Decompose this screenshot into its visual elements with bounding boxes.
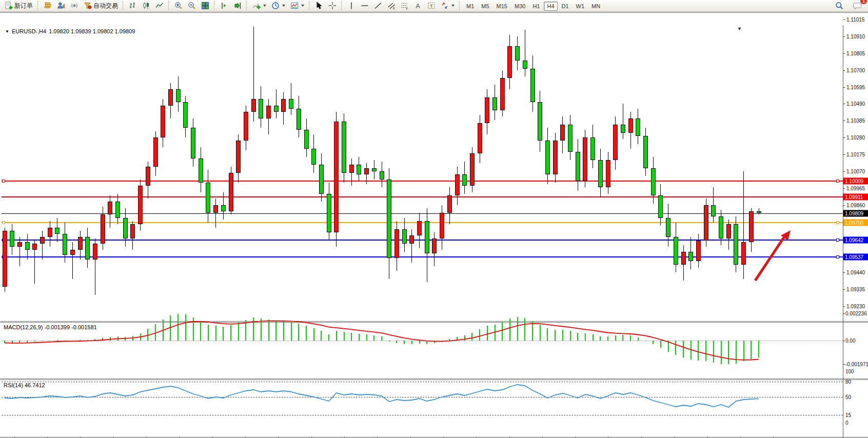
chart-shift-button[interactable] <box>218 0 231 12</box>
indicators-button[interactable] <box>250 0 269 12</box>
macd-histogram-bar <box>298 324 299 341</box>
arrows-dropdown-caret[interactable] <box>451 5 455 7</box>
rsi-level-50 <box>2 397 843 397</box>
cursor-tool-button[interactable] <box>312 0 326 12</box>
zoom-out-button[interactable] <box>185 0 199 12</box>
candle-body-bear <box>327 194 331 232</box>
svg-text:A: A <box>416 3 420 10</box>
tf-W1[interactable]: W1 <box>573 2 588 11</box>
candle-body-bear <box>304 130 309 149</box>
candle-body-bull <box>726 224 731 238</box>
hline-handle[interactable] <box>2 180 5 183</box>
macd-histogram-bar <box>351 333 352 341</box>
trendline-icon <box>374 2 382 10</box>
macd-histogram-bar <box>344 332 345 341</box>
fibonacci-tool-button[interactable]: F <box>398 0 411 12</box>
text-tool-button[interactable]: A <box>411 0 425 12</box>
hline-1.09642[interactable] <box>2 240 843 241</box>
trendline-tool-button[interactable] <box>371 0 385 12</box>
macd-histogram-bar <box>200 321 201 341</box>
news-button[interactable] <box>68 0 81 12</box>
hline-handle[interactable] <box>836 180 839 183</box>
candle-body-bear <box>666 218 670 237</box>
price-tick-label: 1.10175 <box>846 152 865 157</box>
candle-body-bull <box>696 241 701 262</box>
candle-body-bear <box>636 118 640 136</box>
macd-zero-line <box>2 341 843 341</box>
tf-M5[interactable]: M5 <box>478 2 492 11</box>
search-button[interactable] <box>833 0 846 12</box>
tf-H4[interactable]: H4 <box>544 2 557 11</box>
new-order-button[interactable]: 新订单 <box>2 0 35 12</box>
notifications-button[interactable]: 1 <box>850 0 864 12</box>
hline-1.09750[interactable] <box>2 222 843 223</box>
vertical-line-tool-button[interactable] <box>345 0 358 12</box>
zoom-in-button[interactable] <box>172 0 185 12</box>
crosshair-tool-button[interactable] <box>326 0 339 12</box>
candle-body-bear <box>311 149 316 165</box>
tf-D1[interactable]: D1 <box>559 2 572 11</box>
macd-histogram-bar <box>155 324 156 341</box>
hline-1.09537[interactable] <box>2 256 843 257</box>
hline-handle[interactable] <box>836 238 839 242</box>
candlestick-mode-button[interactable] <box>140 0 153 12</box>
candle-body-bull <box>130 224 135 238</box>
price-tick-label: 1.09440 <box>846 270 865 275</box>
text-label-icon: T <box>427 2 436 10</box>
templates-dropdown-caret[interactable] <box>301 5 304 7</box>
macd-histogram-bar <box>177 314 179 341</box>
rsi-scale-label: 0 <box>845 420 849 426</box>
hline-handle[interactable] <box>2 221 5 224</box>
equidistant-channel-icon: E <box>387 2 396 10</box>
tf-M15[interactable]: M15 <box>494 2 510 11</box>
text-label-tool-button[interactable]: T <box>425 0 438 12</box>
auto-scroll-button[interactable] <box>231 0 244 12</box>
macd-histogram-bar <box>283 322 284 341</box>
templates-button[interactable] <box>288 0 307 12</box>
hline-1.09911[interactable] <box>2 196 843 197</box>
candle-body-bull <box>440 213 444 238</box>
candle-wick <box>276 89 277 118</box>
candle-body-bull <box>749 211 754 242</box>
hline-handle[interactable] <box>836 221 839 224</box>
candle-body-bear <box>719 216 723 239</box>
periods-dropdown-caret[interactable] <box>282 5 285 7</box>
candle-body-bull <box>48 228 52 237</box>
chart-plot-area[interactable] <box>0 13 868 438</box>
candle-body-bear <box>658 195 663 218</box>
candle-body-bull <box>704 205 708 241</box>
periods-button[interactable] <box>269 0 288 12</box>
market-watch-button[interactable] <box>41 0 54 12</box>
ohlc-bars-icon <box>129 2 137 10</box>
macd-scale-label: -0.001971 <box>845 362 868 367</box>
macd-histogram-bar <box>313 328 314 341</box>
horizontal-line-tool-button[interactable] <box>358 0 371 12</box>
candle-body-bear <box>651 168 656 195</box>
chart-window[interactable]: ▼ EURUSD-,H4 1.09820 1.09839 1.09802 1.0… <box>0 12 868 438</box>
hline-1.10009[interactable] <box>2 181 843 182</box>
price-tick-label: 1.10805 <box>846 50 865 56</box>
clock-icon <box>271 2 280 10</box>
tile-windows-button[interactable] <box>199 0 212 12</box>
candle-body-bull <box>70 250 75 254</box>
tf-H1[interactable]: H1 <box>529 2 543 11</box>
tf-M1[interactable]: M1 <box>463 2 477 11</box>
candle-body-bull <box>394 229 399 258</box>
macd-histogram-bar <box>668 341 669 352</box>
channel-tool-button[interactable]: E <box>385 0 398 12</box>
indicators-dropdown-caret[interactable] <box>263 5 266 7</box>
auto-trading-button[interactable]: 自动交易 <box>81 0 121 12</box>
macd-histogram-bar <box>487 326 488 341</box>
line-chart-mode-button[interactable] <box>153 0 166 12</box>
candle-body-bull <box>553 141 558 174</box>
tf-MN[interactable]: MN <box>588 2 603 11</box>
macd-histogram-bar <box>359 334 360 341</box>
arrows-tool-button[interactable] <box>438 0 457 12</box>
bar-chart-mode-button[interactable] <box>126 0 140 12</box>
profile-button[interactable] <box>54 0 68 12</box>
line-chart-icon <box>155 2 164 10</box>
tf-M30[interactable]: M30 <box>511 2 528 11</box>
candle-body-bull <box>613 125 618 160</box>
mt4-terminal: 新订单 自动交易 <box>0 0 868 438</box>
hline-handle[interactable] <box>836 255 839 258</box>
